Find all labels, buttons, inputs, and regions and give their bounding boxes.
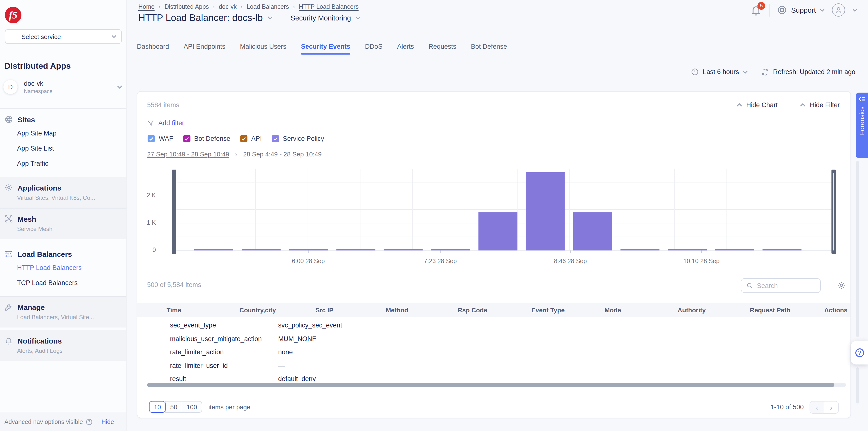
table-settings-gear-icon[interactable] <box>837 281 846 290</box>
next-page-button[interactable]: › <box>824 402 838 413</box>
column-header-actions[interactable]: Actions <box>824 307 847 314</box>
breadcrumb-item-distributed-apps[interactable]: Distributed Apps <box>164 3 209 10</box>
bar-7:00[interactable] <box>384 249 423 250</box>
chevron-down-icon[interactable] <box>852 8 857 11</box>
table-row[interactable]: resultdefault_deny <box>137 372 850 382</box>
filter-api[interactable]: API <box>240 135 262 142</box>
chevron-down-icon[interactable] <box>268 16 273 20</box>
hide-filter-button[interactable]: Hide Filter <box>800 101 840 109</box>
column-header-country-city[interactable]: Country,city <box>239 307 276 314</box>
bar-6:00[interactable] <box>289 249 328 250</box>
bar-10:30[interactable] <box>715 249 754 250</box>
bar-8:30[interactable] <box>526 172 565 250</box>
vertical-scrollbar[interactable] <box>856 161 859 337</box>
sidebar-item-tcp-load-balancers[interactable]: TCP Load Balancers <box>0 275 126 290</box>
context-menu[interactable]: Security Monitoring <box>290 14 360 22</box>
bar-9:30[interactable] <box>621 249 659 250</box>
page-size-50[interactable]: 50 <box>165 401 182 413</box>
bar-11:00[interactable] <box>763 249 802 250</box>
bar-9:00[interactable] <box>573 212 612 250</box>
tab-security-events[interactable]: Security Events <box>301 43 350 55</box>
sidebar-item-app-site-list[interactable]: App Site List <box>0 141 126 156</box>
time-window-full[interactable]: 27 Sep 10:49 - 28 Sep 10:49 <box>147 151 229 158</box>
bar-8:00[interactable] <box>478 212 517 250</box>
horizontal-scrollbar[interactable] <box>147 383 846 387</box>
tab-bar: DashboardAPI EndpointsMalicious UsersSec… <box>137 43 507 55</box>
column-header-mode[interactable]: Mode <box>604 307 621 314</box>
page-size-100[interactable]: 100 <box>182 401 202 413</box>
tab-ddos[interactable]: DDoS <box>365 43 382 55</box>
sidebar-band-notifications[interactable]: NotificationsAlerts, Audit Logs <box>0 330 126 361</box>
column-header-request-path[interactable]: Request Path <box>750 307 790 314</box>
bar-7:30[interactable] <box>431 249 470 250</box>
column-header-rsp-code[interactable]: Rsp Code <box>458 307 487 314</box>
sidebar-section-head-notifications[interactable]: Notifications <box>0 336 126 345</box>
namespace-selector[interactable]: D doc-vk Namespace <box>3 80 122 94</box>
column-header-method[interactable]: Method <box>386 307 408 314</box>
horizontal-scrollbar-thumb[interactable] <box>147 383 834 387</box>
table-row[interactable]: rate_limiter_actionnone <box>137 345 850 359</box>
filter-bot-defense[interactable]: Bot Defense <box>183 135 230 142</box>
vertical-scrollbar[interactable] <box>856 367 859 403</box>
sidebar-item-app-traffic[interactable]: App Traffic <box>0 156 126 171</box>
bar-10:00[interactable] <box>668 249 707 250</box>
range-slider-left-handle[interactable] <box>172 170 176 254</box>
forensics-side-tab[interactable]: Forensics <box>856 93 868 158</box>
f5-logo[interactable]: f5 <box>5 7 22 23</box>
sidebar-band-mesh[interactable]: MeshService Mesh <box>0 208 126 239</box>
breadcrumb-item-http-load-balancers[interactable]: HTTP Load Balancers <box>299 3 359 10</box>
filter-label: Service Policy <box>283 135 324 142</box>
tab-dashboard[interactable]: Dashboard <box>137 43 169 55</box>
sidebar-section-head-mesh[interactable]: Mesh <box>0 214 126 223</box>
column-header-event-type[interactable]: Event Type <box>531 307 565 314</box>
notifications-bell-icon[interactable]: 5 <box>750 4 762 16</box>
sidebar-band-manage[interactable]: ManageLoad Balancers, Virtual Site... <box>0 296 126 328</box>
table-search[interactable] <box>741 278 821 293</box>
breadcrumb-item-home[interactable]: Home <box>138 3 155 10</box>
sidebar-section-head-applications[interactable]: Applications <box>0 183 126 192</box>
sidebar-band-applications[interactable]: ApplicationsVirtual Sites, Virtual K8s, … <box>0 177 126 208</box>
sidebar-item-app-site-map[interactable]: App Site Map <box>0 126 126 141</box>
breadcrumb-item-load-balancers[interactable]: Load Balancers <box>246 3 289 10</box>
help-circle-icon[interactable] <box>86 418 93 425</box>
tab-alerts[interactable]: Alerts <box>397 43 414 55</box>
column-header-src-ip[interactable]: Src IP <box>315 307 333 314</box>
time-range-dropdown[interactable]: Last 6 hours <box>691 68 748 76</box>
checkbox-api[interactable] <box>240 135 247 142</box>
checkbox-service-policy[interactable] <box>272 135 279 142</box>
sidebar-section-head-load-balancers[interactable]: Load Balancers <box>0 249 126 258</box>
filter-service-policy[interactable]: Service Policy <box>272 135 324 142</box>
refresh-button[interactable]: Refresh: Updated 2 min ago <box>761 68 855 76</box>
tab-malicious-users[interactable]: Malicious Users <box>240 43 286 55</box>
tab-requests[interactable]: Requests <box>428 43 456 55</box>
search-input[interactable] <box>757 282 815 289</box>
tab-bot-defense[interactable]: Bot Defense <box>471 43 507 55</box>
range-slider-right-handle[interactable] <box>832 170 836 254</box>
bar-5:30[interactable] <box>242 249 281 250</box>
hide-chart-label: Hide Chart <box>746 101 778 109</box>
sidebar-section-head-manage[interactable]: Manage <box>0 303 126 311</box>
page-size-10[interactable]: 10 <box>149 401 166 413</box>
column-header-authority[interactable]: Authority <box>678 307 706 314</box>
table-row[interactable]: sec_event_typesvc_policy_sec_event <box>137 319 850 332</box>
column-header-time[interactable]: Time <box>166 307 181 314</box>
table-row[interactable]: rate_limiter_user_id— <box>137 359 850 372</box>
add-filter-button[interactable]: Add filter <box>147 119 184 127</box>
user-avatar[interactable] <box>832 3 845 17</box>
breadcrumb-item-doc-vk[interactable]: doc-vk <box>219 3 237 10</box>
table-row[interactable]: malicious_user_mitigate_actionMUM_NONE <box>137 332 850 345</box>
sidebar-section-head-sites[interactable]: Sites <box>0 115 126 124</box>
hide-nav-link[interactable]: Hide <box>101 418 114 425</box>
checkbox-waf[interactable] <box>148 135 155 142</box>
filter-waf[interactable]: WAF <box>148 135 173 142</box>
bar-5:00[interactable] <box>194 249 233 250</box>
select-service-dropdown[interactable]: Select service <box>5 29 122 44</box>
bar-6:30[interactable] <box>336 249 375 250</box>
hide-chart-button[interactable]: Hide Chart <box>737 101 778 109</box>
tab-api-endpoints[interactable]: API Endpoints <box>184 43 225 55</box>
support-menu[interactable]: Support <box>777 5 825 15</box>
checkbox-bot-defense[interactable] <box>183 135 190 142</box>
prev-page-button[interactable]: ‹ <box>810 402 824 413</box>
sidebar-item-http-load-balancers[interactable]: HTTP Load Balancers <box>0 260 126 275</box>
help-button[interactable]: ? <box>851 341 868 365</box>
